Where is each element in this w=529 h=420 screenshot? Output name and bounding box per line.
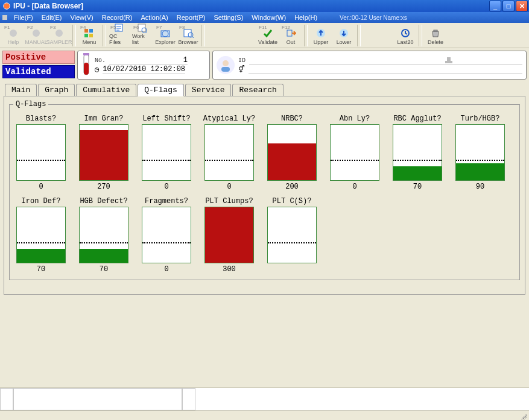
qflag-title: Atypical Ly?: [203, 114, 255, 123]
window-minimize-button[interactable]: _: [489, 1, 501, 11]
toolbar-worklist-button[interactable]: F6 Work list: [131, 24, 153, 47]
toolbar-manual-button[interactable]: F2 MANUAL: [25, 24, 47, 47]
toolbar-separator: [304, 25, 308, 46]
menu-window[interactable]: Window(W): [247, 14, 290, 21]
qflag-threshold-line: [205, 160, 253, 161]
fkey-label: F4: [80, 25, 86, 30]
qflag-gauge: [142, 207, 191, 263]
svg-rect-26: [447, 57, 451, 61]
qflag-gauge: [142, 124, 191, 181]
arrow-down-icon: [338, 28, 350, 39]
resize-grip-icon[interactable]: [519, 412, 527, 419]
qflag-threshold-line: [331, 160, 379, 161]
toolbar-label: MANUAL: [25, 39, 48, 45]
menu-edit[interactable]: Edit(E): [37, 14, 66, 21]
qflag-cell: Atypical Ly?0: [201, 114, 257, 191]
menu-help[interactable]: Help(H): [290, 14, 322, 21]
toolbar-lower-button[interactable]: Lower: [333, 24, 355, 47]
trash-icon: [429, 28, 442, 39]
window-titlebar: IPU - [Data Browser] _ □ ✕: [0, 0, 529, 12]
svg-rect-7: [89, 34, 93, 37]
mdi-control-icon[interactable]: [2, 15, 7, 20]
menu-view[interactable]: View(V): [66, 14, 97, 21]
tab-research[interactable]: Research: [232, 84, 283, 96]
qflag-gauge: [267, 207, 317, 263]
qflag-value: 0: [227, 183, 231, 191]
toolbar-explorer-button[interactable]: F7 Explorer: [154, 24, 176, 47]
toolbar-sampler-button[interactable]: F3 SAMPLER: [48, 24, 70, 47]
menu-file[interactable]: File(F): [10, 14, 37, 21]
qflag-title: Imm Gran?: [84, 114, 124, 123]
toolbar-label: Work list: [132, 33, 153, 45]
toolbar-last20-button[interactable]: Last20: [394, 24, 416, 47]
svg-point-23: [223, 60, 229, 66]
qflag-title: RBC Agglut?: [393, 114, 441, 123]
qflag-value: 0: [164, 265, 168, 274]
svg-rect-5: [89, 29, 93, 33]
menu-setting[interactable]: Setting(S): [209, 14, 247, 21]
svg-rect-19: [434, 30, 437, 31]
toolbar-upper-button[interactable]: Upper: [310, 24, 332, 47]
qflag-gauge: [79, 207, 128, 263]
qflag-gauge: [16, 124, 66, 181]
menu-record[interactable]: Record(R): [98, 14, 137, 21]
qflag-title: PLT C(S)?: [273, 197, 312, 205]
tab-cumulative[interactable]: Cumulative: [76, 84, 136, 96]
svg-point-2: [33, 30, 40, 37]
qflag-title: HGB Defect?: [80, 197, 127, 205]
qflag-fill: [456, 163, 504, 180]
qflag-value: 90: [476, 183, 484, 191]
toolbar-menu-button[interactable]: F4 Menu: [78, 24, 100, 47]
sample-datetime: 10/02/2010 12:02:08: [103, 65, 185, 74]
toolbar-separator: [201, 25, 205, 46]
fkey-label: F1: [4, 25, 10, 30]
qflag-gauge: [204, 207, 254, 263]
qflags-grid: Blasts?0Imm Gran?270Left Shift?0Atypical…: [13, 114, 516, 274]
toolbar-out-button[interactable]: F12 Out: [280, 24, 302, 47]
qflag-value: 70: [37, 265, 45, 274]
version-user-label: Ver.:00-12 User Name:xs: [340, 14, 407, 21]
fkey-label: F6: [133, 25, 139, 30]
toolbar-qcfiles-button[interactable]: F5 QC Files: [109, 24, 130, 47]
svg-rect-21: [84, 63, 89, 75]
svg-rect-6: [84, 34, 88, 37]
tab-graph[interactable]: Graph: [38, 84, 75, 96]
menu-report[interactable]: Report(P): [173, 14, 210, 21]
qflag-fill: [205, 207, 253, 263]
patient-avatar-icon: [217, 56, 235, 74]
qflag-fill: [17, 249, 65, 263]
fkey-label: F5: [110, 25, 116, 30]
bottom-cell: [0, 388, 13, 410]
qflag-gauge: [267, 124, 317, 181]
toolbar-label: Out: [287, 39, 296, 45]
toolbar-separator: [72, 25, 76, 46]
menubar: File(F) Edit(E) View(V) Record(R) Action…: [0, 12, 529, 23]
qflag-cell: Turb/HGB?90: [452, 114, 508, 191]
svg-point-0: [4, 3, 10, 10]
qflag-threshold-line: [80, 242, 128, 243]
window-maximize-button[interactable]: □: [502, 1, 515, 11]
qflags-legend: Q-Flags: [13, 100, 48, 108]
toolbar-browser-button[interactable]: F8 Browser: [177, 24, 199, 47]
toolbar-label: Last20: [397, 39, 413, 45]
qflag-threshold-line: [17, 160, 65, 161]
qflag-value: 270: [97, 183, 110, 191]
menu-action[interactable]: Action(A): [136, 14, 172, 21]
tab-main[interactable]: Main: [5, 84, 37, 96]
toolbar-delete-button[interactable]: Delete: [425, 24, 446, 47]
tab-service[interactable]: Service: [185, 84, 232, 96]
qflags-group: Q-Flags Blasts?0Imm Gran?270Left Shift?0…: [9, 100, 520, 280]
qflag-threshold-line: [393, 160, 442, 161]
toolbar-help-button[interactable]: F1 Help: [2, 24, 24, 47]
toolbar-validate-button[interactable]: F11 Validate: [257, 24, 279, 47]
qflag-cell: Imm Gran?270: [76, 114, 131, 191]
qflag-value: 0: [164, 183, 168, 191]
toolbar-label: SAMPLER: [46, 39, 72, 45]
tab-qflags[interactable]: Q-Flags: [138, 84, 184, 96]
last20-icon: [399, 28, 411, 39]
arrow-up-icon: [315, 28, 327, 39]
window-close-button[interactable]: ✕: [516, 1, 528, 11]
app-icon: [2, 2, 11, 10]
bottom-cell: [182, 388, 195, 410]
qflag-gauge: [393, 124, 442, 181]
